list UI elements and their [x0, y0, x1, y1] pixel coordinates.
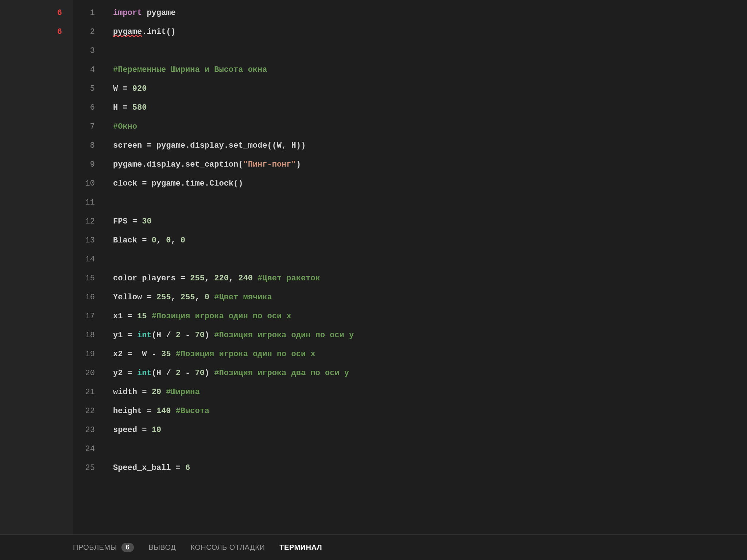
code-line[interactable]: screen = pygame.display.set_mode((W, H)) [113, 136, 747, 155]
line-number: 25 [73, 459, 95, 478]
code-line[interactable]: speed = 10 [113, 421, 747, 440]
line-number: 2 [73, 23, 95, 42]
line-number: 16 [73, 288, 95, 307]
line-number: 3 [73, 42, 95, 61]
code-line[interactable]: x2 = W - 35 #Позиция игрока один по оси … [113, 345, 747, 364]
line-number: 1 [73, 4, 95, 23]
code-line[interactable]: pygame.display.set_caption("Пинг-понг") [113, 155, 747, 174]
code-line[interactable] [113, 42, 747, 61]
bottom-panel: ПРОБЛЕМЫ6ВЫВОДКОНСОЛЬ ОТЛАДКИТЕРМИНАЛ [0, 534, 747, 560]
line-number: 23 [73, 421, 95, 440]
code-line[interactable]: height = 140 #Высота [113, 402, 747, 421]
code-line[interactable]: #Переменные Ширина и Высота окна [113, 61, 747, 79]
line-number: 9 [73, 155, 95, 174]
line-number: 20 [73, 364, 95, 383]
code-line[interactable]: Yellow = 255, 255, 0 #Цвет мячика [113, 288, 747, 307]
line-number: 19 [73, 345, 95, 364]
problems-badge: 6 [121, 543, 134, 552]
line-number: 10 [73, 174, 95, 193]
tab-label: ПРОБЛЕМЫ [73, 543, 117, 552]
code-line[interactable]: Speed_x_ball = 6 [113, 459, 747, 478]
code-line[interactable]: y1 = int(H / 2 - 70) #Позиция игрока оди… [113, 326, 747, 345]
code-line[interactable]: x1 = 15 #Позиция игрока один по оси х [113, 307, 747, 326]
panel-tab-проблемы[interactable]: ПРОБЛЕМЫ6 [73, 543, 134, 552]
code-line[interactable] [113, 440, 747, 459]
line-number: 7 [73, 117, 95, 136]
code-editor[interactable]: import pygamepygame.init() #Переменные Ш… [106, 0, 747, 534]
line-number: 14 [73, 250, 95, 269]
code-line[interactable]: color_players = 255, 220, 240 #Цвет раке… [113, 269, 747, 288]
line-number: 22 [73, 402, 95, 421]
code-line[interactable]: #Окно [113, 117, 747, 136]
line-number: 17 [73, 307, 95, 326]
code-line[interactable]: FPS = 30 [113, 212, 747, 231]
line-number: 11 [73, 193, 95, 212]
line-number: 8 [73, 136, 95, 155]
explorer-sidebar[interactable]: 6 6 [0, 0, 73, 534]
code-line[interactable] [113, 250, 747, 269]
panel-tab-вывод[interactable]: ВЫВОД [148, 543, 176, 552]
panel-tab-терминал[interactable]: ТЕРМИНАЛ [279, 543, 322, 552]
code-line[interactable]: import pygame [113, 4, 747, 23]
line-number: 24 [73, 440, 95, 459]
tab-label: ВЫВОД [148, 543, 176, 552]
code-line[interactable]: y2 = int(H / 2 - 70) #Позиция игрока два… [113, 364, 747, 383]
code-line[interactable] [113, 193, 747, 212]
line-number: 18 [73, 326, 95, 345]
tab-label: ТЕРМИНАЛ [279, 543, 322, 552]
code-line[interactable]: clock = pygame.time.Clock() [113, 174, 747, 193]
code-line[interactable]: H = 580 [113, 98, 747, 117]
line-number: 13 [73, 231, 95, 250]
code-line[interactable]: width = 20 #Ширина [113, 383, 747, 402]
line-number: 4 [73, 61, 95, 79]
line-number: 5 [73, 79, 95, 98]
code-line[interactable]: Black = 0, 0, 0 [113, 231, 747, 250]
line-number: 12 [73, 212, 95, 231]
line-number-gutter[interactable]: 1234567891011121314151617181920212223242… [73, 0, 106, 534]
editor-container: 6 6 123456789101112131415161718192021222… [0, 0, 747, 534]
code-line[interactable]: pygame.init() [113, 23, 747, 42]
panel-tab-консоль-отладки[interactable]: КОНСОЛЬ ОТЛАДКИ [190, 543, 265, 552]
tab-label: КОНСОЛЬ ОТЛАДКИ [190, 543, 265, 552]
line-number: 21 [73, 383, 95, 402]
sidebar-marker: 6 [0, 23, 73, 42]
line-number: 15 [73, 269, 95, 288]
sidebar-marker: 6 [0, 4, 73, 23]
code-line[interactable]: W = 920 [113, 79, 747, 98]
line-number: 6 [73, 98, 95, 117]
